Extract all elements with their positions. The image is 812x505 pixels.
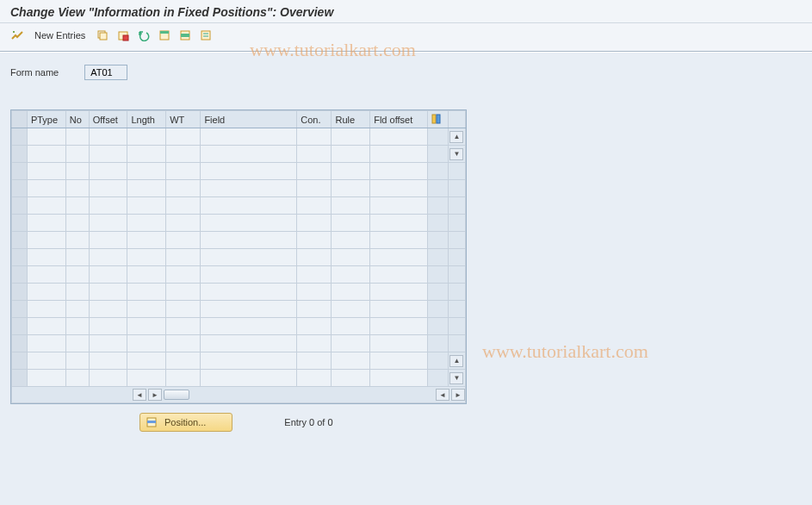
cell[interactable] bbox=[127, 370, 166, 387]
cell[interactable] bbox=[65, 128, 89, 146]
cell[interactable] bbox=[27, 318, 65, 335]
cell[interactable] bbox=[332, 335, 370, 352]
cell[interactable] bbox=[65, 197, 89, 215]
cell[interactable] bbox=[201, 266, 297, 284]
cell[interactable] bbox=[370, 197, 428, 215]
col-ptype[interactable]: PType bbox=[27, 111, 65, 128]
cell[interactable] bbox=[370, 352, 428, 370]
cell[interactable] bbox=[166, 352, 201, 370]
cell[interactable] bbox=[65, 215, 89, 232]
cell[interactable] bbox=[370, 335, 428, 352]
cell[interactable] bbox=[166, 163, 201, 180]
cell[interactable] bbox=[332, 284, 370, 301]
cell[interactable] bbox=[27, 128, 65, 146]
cell[interactable] bbox=[332, 266, 370, 284]
cell[interactable] bbox=[201, 232, 297, 249]
row-selector[interactable] bbox=[12, 284, 28, 301]
cell[interactable] bbox=[201, 301, 297, 318]
row-selector[interactable] bbox=[12, 249, 28, 266]
cell[interactable] bbox=[127, 215, 166, 232]
cell[interactable] bbox=[89, 352, 127, 370]
col-con[interactable]: Con. bbox=[297, 111, 332, 128]
new-entries-button[interactable]: New Entries bbox=[29, 28, 90, 42]
row-selector[interactable] bbox=[12, 370, 28, 387]
cell[interactable] bbox=[89, 284, 127, 301]
cell[interactable] bbox=[89, 215, 127, 232]
table-row[interactable]: ▲ bbox=[12, 352, 466, 370]
vscroll-thumb[interactable]: ▼ bbox=[449, 148, 463, 160]
hscroll-right-icon[interactable]: ► bbox=[148, 389, 162, 401]
col-field[interactable]: Field bbox=[201, 111, 297, 128]
undo-icon[interactable] bbox=[135, 27, 152, 44]
cell[interactable] bbox=[65, 370, 89, 387]
row-selector[interactable] bbox=[12, 232, 28, 249]
cell[interactable] bbox=[27, 197, 65, 215]
cell[interactable] bbox=[89, 266, 127, 284]
cell[interactable] bbox=[127, 318, 166, 335]
cell[interactable] bbox=[89, 249, 127, 266]
cell[interactable] bbox=[166, 180, 201, 197]
delete-icon[interactable] bbox=[115, 27, 132, 44]
cell[interactable] bbox=[370, 215, 428, 232]
cell[interactable] bbox=[332, 318, 370, 335]
cell[interactable] bbox=[370, 301, 428, 318]
cell[interactable] bbox=[166, 318, 201, 335]
cell[interactable] bbox=[127, 249, 166, 266]
col-fld-offset[interactable]: Fld offset bbox=[370, 111, 428, 128]
cell[interactable] bbox=[201, 370, 297, 387]
row-selector[interactable] bbox=[12, 352, 28, 370]
cell[interactable] bbox=[27, 249, 65, 266]
cell[interactable] bbox=[127, 335, 166, 352]
cell[interactable] bbox=[65, 301, 89, 318]
row-selector[interactable] bbox=[12, 335, 28, 352]
cell[interactable] bbox=[201, 318, 297, 335]
cell[interactable] bbox=[127, 284, 166, 301]
hscroll-left-icon[interactable]: ◄ bbox=[133, 389, 146, 401]
cell[interactable] bbox=[332, 146, 370, 163]
cell[interactable] bbox=[370, 370, 428, 387]
cell[interactable] bbox=[370, 232, 428, 249]
table-row[interactable] bbox=[12, 197, 466, 215]
cell[interactable] bbox=[166, 146, 201, 163]
cell[interactable] bbox=[127, 163, 166, 180]
row-selector[interactable] bbox=[12, 146, 28, 163]
cell[interactable] bbox=[65, 249, 89, 266]
vscroll-up-icon[interactable]: ▲ bbox=[449, 131, 463, 143]
deselect-all-icon[interactable] bbox=[197, 27, 214, 44]
cell[interactable] bbox=[166, 370, 201, 387]
vscroll-up2-icon[interactable]: ▲ bbox=[449, 355, 463, 367]
table-row[interactable] bbox=[12, 232, 466, 249]
cell[interactable] bbox=[166, 215, 201, 232]
cell[interactable] bbox=[332, 301, 370, 318]
col-rule[interactable]: Rule bbox=[332, 111, 370, 128]
row-selector[interactable] bbox=[12, 163, 28, 180]
select-all-icon[interactable] bbox=[156, 27, 173, 44]
cell[interactable] bbox=[127, 197, 166, 215]
cell[interactable] bbox=[201, 180, 297, 197]
cell[interactable] bbox=[297, 352, 332, 370]
row-selector[interactable] bbox=[12, 180, 28, 197]
cell[interactable] bbox=[65, 232, 89, 249]
row-selector[interactable] bbox=[12, 215, 28, 232]
cell[interactable] bbox=[166, 197, 201, 215]
table-row[interactable]: ▲ bbox=[12, 128, 466, 146]
cell[interactable] bbox=[89, 128, 127, 146]
cell[interactable] bbox=[166, 284, 201, 301]
cell[interactable] bbox=[201, 128, 297, 146]
cell[interactable] bbox=[27, 284, 65, 301]
cell[interactable] bbox=[332, 180, 370, 197]
table-row[interactable] bbox=[12, 266, 466, 284]
table-row[interactable] bbox=[12, 163, 466, 180]
row-header-col[interactable] bbox=[12, 111, 28, 128]
cell[interactable] bbox=[65, 180, 89, 197]
cell[interactable] bbox=[201, 284, 297, 301]
hscroll-left2-icon[interactable]: ◄ bbox=[436, 389, 449, 401]
cell[interactable] bbox=[370, 163, 428, 180]
configure-columns-icon[interactable] bbox=[428, 111, 448, 128]
cell[interactable] bbox=[89, 146, 127, 163]
cell[interactable] bbox=[297, 163, 332, 180]
hscroll-thumb[interactable] bbox=[164, 390, 189, 400]
cell[interactable] bbox=[297, 249, 332, 266]
cell[interactable] bbox=[27, 215, 65, 232]
cell[interactable] bbox=[297, 197, 332, 215]
